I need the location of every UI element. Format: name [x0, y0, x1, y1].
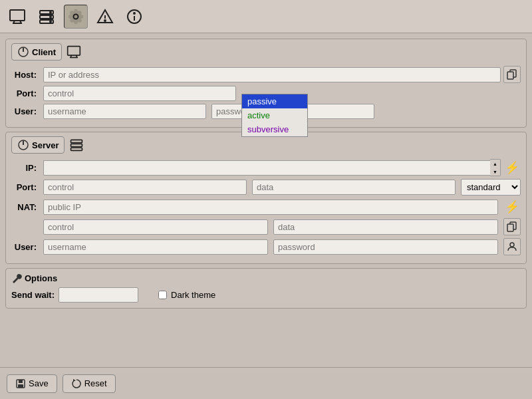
port-mode-combo: standard custom — [461, 179, 521, 196]
nat-flash-icon[interactable]: ⚡ — [503, 198, 521, 215]
svg-point-9 — [50, 21, 51, 22]
server-port-data-input[interactable] — [252, 180, 456, 195]
svg-point-7 — [50, 11, 51, 13]
svg-rect-33 — [19, 380, 23, 383]
server-ip-input[interactable]: 192.168.1.4 — [43, 160, 490, 176]
server-nat-control-input[interactable] — [43, 219, 268, 235]
server-section: Server IP: 192.168.1.4 ▲ ▼ ⚡ — [5, 132, 527, 264]
main-content: Client Host: — [0, 33, 532, 314]
ip-spin-down[interactable]: ▼ — [490, 168, 500, 176]
host-row: Host: — [11, 66, 521, 83]
power-icon — [17, 46, 29, 58]
server-username-input[interactable] — [43, 239, 268, 255]
ip-spinner-combo: 192.168.1.4 ▲ ▼ — [43, 159, 501, 176]
server-label: Server — [32, 140, 59, 150]
copy-icon[interactable] — [503, 66, 521, 83]
user-icon-btn[interactable] — [503, 238, 521, 255]
toolbar — [0, 0, 532, 33]
mode-dropdown[interactable]: passive active subversive — [241, 94, 308, 137]
send-wait-input[interactable]: 200 — [59, 287, 138, 303]
svg-rect-0 — [10, 10, 25, 21]
warning-icon[interactable] — [93, 5, 117, 29]
mode-option-passive[interactable]: passive — [242, 94, 307, 108]
client-port-input[interactable] — [43, 86, 236, 101]
reset-button[interactable]: Reset — [63, 374, 116, 393]
save-label: Save — [29, 378, 49, 388]
client-port-row: Port: passive active subversive — [11, 86, 521, 101]
server-nat-row: NAT: ⚡ — [11, 198, 521, 215]
reset-icon — [71, 378, 82, 389]
dark-theme-label[interactable]: Dark theme — [171, 290, 215, 300]
host-label: Host: — [11, 70, 41, 80]
svg-point-31 — [510, 243, 514, 247]
info-icon[interactable] — [122, 5, 146, 29]
monitor-small-icon — [66, 44, 82, 60]
client-button[interactable]: Client — [11, 43, 62, 61]
server-password-input[interactable] — [273, 239, 498, 255]
server-ip-flash-icon[interactable]: ⚡ — [503, 159, 521, 176]
mode-option-subversive[interactable]: subversive — [242, 122, 307, 136]
server-rack-small-icon — [68, 137, 84, 153]
save-button[interactable]: Save — [7, 374, 57, 393]
svg-rect-28 — [71, 148, 82, 150]
svg-rect-30 — [507, 224, 513, 231]
bottom-bar: Save Reset — [0, 367, 532, 399]
client-section: Client Host: — [5, 39, 527, 128]
server-port-row: Port: standard custom — [11, 179, 521, 196]
gear-icon[interactable] — [64, 5, 88, 29]
client-username-input[interactable] — [43, 104, 206, 119]
server-nat-data-input[interactable] — [273, 219, 498, 235]
dark-theme-checkbox[interactable] — [158, 291, 167, 299]
server-rack-icon[interactable] — [35, 5, 59, 29]
client-label: Client — [32, 47, 56, 57]
client-user-label: User: — [11, 106, 41, 116]
server-port-control-input[interactable] — [43, 180, 247, 195]
options-row: Send wait: 200 Dark theme — [11, 287, 521, 303]
server-nat-input[interactable] — [43, 200, 498, 215]
port-mode-select[interactable]: standard custom — [461, 179, 521, 196]
options-section: Options Send wait: 200 Dark theme — [5, 268, 527, 309]
mode-option-active[interactable]: active — [242, 108, 307, 122]
svg-rect-27 — [71, 144, 82, 146]
options-title: Options — [11, 273, 521, 283]
server-nat-label: NAT: — [11, 202, 41, 212]
client-section-header: Client — [11, 43, 521, 61]
monitor-icon[interactable] — [5, 5, 29, 29]
server-section-header: Server — [11, 136, 521, 154]
server-ip-label: IP: — [11, 163, 41, 173]
ip-spin-arrows[interactable]: ▲ ▼ — [490, 159, 501, 176]
svg-marker-35 — [73, 379, 76, 382]
client-port-label: Port: — [11, 88, 41, 98]
server-port-label: Port: — [11, 182, 41, 192]
server-nat-ports-row — [11, 218, 521, 235]
server-user-row: User: — [11, 238, 521, 255]
svg-point-12 — [104, 20, 106, 21]
svg-point-15 — [134, 13, 135, 14]
svg-rect-18 — [68, 47, 80, 56]
nat-copy-icon[interactable] — [503, 218, 521, 235]
host-input[interactable] — [43, 67, 501, 82]
wrench-icon — [11, 273, 22, 283]
svg-rect-23 — [507, 72, 513, 79]
server-ip-row: IP: 192.168.1.4 ▲ ▼ ⚡ — [11, 159, 521, 176]
dark-theme-group: Dark theme — [158, 290, 215, 300]
save-icon — [15, 378, 26, 389]
ip-spin-up[interactable]: ▲ — [490, 160, 500, 168]
send-wait-label: Send wait: — [11, 290, 55, 300]
svg-rect-34 — [18, 384, 23, 388]
server-user-label: User: — [11, 242, 41, 252]
options-label: Options — [25, 273, 57, 283]
svg-rect-26 — [71, 140, 82, 142]
server-button[interactable]: Server — [11, 136, 65, 154]
server-power-icon — [17, 139, 29, 151]
reset-label: Reset — [84, 378, 107, 388]
send-wait-group: Send wait: 200 — [11, 287, 138, 303]
svg-point-8 — [50, 16, 51, 17]
